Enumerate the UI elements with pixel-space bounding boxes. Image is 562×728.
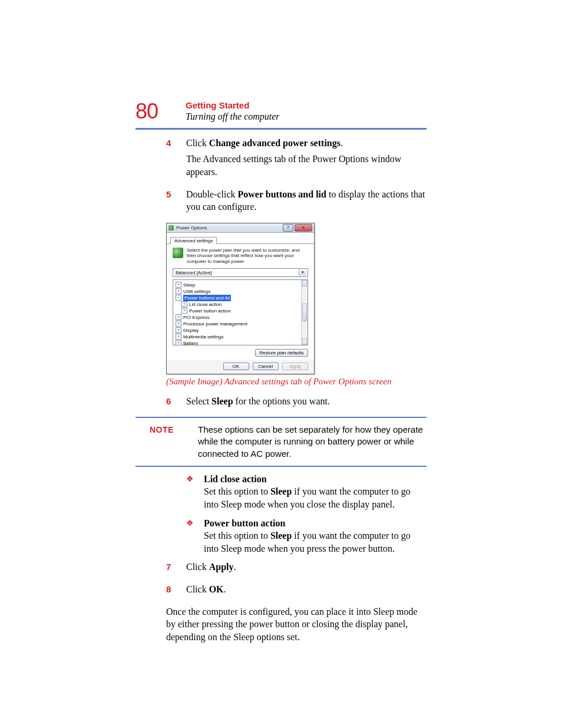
collapse-icon[interactable]: − [176,295,181,301]
chapter-title: Getting Started [186,100,427,111]
closing-paragraph: Once the computer is configured, you can… [166,605,427,644]
settings-tree[interactable]: +Sleep +USB settings −Power buttons and … [173,279,308,345]
text: Double-click [186,189,238,199]
bullet-title: Lid close action [204,474,267,484]
restore-defaults-button[interactable]: Restore plan defaults [255,349,308,357]
step-6: 6 Select Sleep for the options you want. [166,395,427,411]
step-4: 4 Click Change advanced power settings. … [166,137,427,182]
dialog-description: Select the power plan that you want to c… [187,248,308,265]
scrollbar-thumb[interactable] [302,304,307,321]
step-number: 6 [166,395,186,411]
tree-item[interactable]: USB settings [183,288,210,295]
tree-item[interactable]: PCI Express [183,314,209,321]
text: Set this option to [204,486,270,496]
dialog-titlebar: Power Options ? x [167,223,314,233]
ok-button[interactable]: OK [223,363,249,370]
help-button[interactable]: ? [283,224,293,232]
text-bold: Apply [209,562,234,572]
step-number: 8 [166,583,186,599]
battery-icon [173,248,183,258]
expand-icon[interactable]: + [176,321,181,327]
scrollbar[interactable] [301,280,308,345]
tree-item[interactable]: Sleep [183,282,195,288]
text-bold: Sleep [211,396,233,406]
text: The Advanced settings tab of the Power O… [186,153,427,178]
expand-icon[interactable]: + [181,301,187,307]
expand-icon[interactable]: + [176,288,181,294]
dialog-title: Power Options [176,225,282,230]
note-block: NOTE These options can be set separately… [135,424,427,460]
step-7: 7 Click Apply. [166,561,427,577]
tree-item-selected[interactable]: Power buttons and lid [183,295,231,301]
note-label: NOTE [135,424,198,434]
text: Click [186,562,209,572]
tree-item[interactable]: Display [183,327,199,334]
text-bold: Sleep [270,486,292,496]
step-number: 5 [166,188,186,217]
divider [135,128,427,130]
expand-icon[interactable]: + [176,340,181,345]
text: for the options you want. [233,396,330,406]
text-bold: Sleep [270,531,292,541]
bullet-title: Power button action [204,518,285,528]
tab-advanced-settings[interactable]: Advanced settings [170,237,217,244]
bullet-power-button: ❖ Power button action Set this option to… [186,517,427,555]
cancel-button[interactable]: Cancel [253,363,279,370]
expand-icon[interactable]: + [176,282,181,288]
step-8: 8 Click OK. [166,583,427,599]
expand-icon[interactable]: + [181,308,187,314]
tree-item[interactable]: Lid close action [189,301,222,308]
expand-icon[interactable]: + [176,334,181,340]
close-button[interactable]: x [295,224,312,232]
figure-power-options-dialog: Power Options ? x Advanced settings Sele… [166,223,427,374]
note-text: These options can be set separately for … [198,424,427,460]
text: Select [186,396,211,406]
step-number: 4 [166,137,186,182]
plan-dropdown[interactable]: Balanced [Active] ▾ [173,268,308,277]
text-bold: Change advanced power settings [209,138,340,148]
expand-icon[interactable]: + [176,314,181,320]
step-5: 5 Double-click Power buttons and lid to … [166,188,427,217]
tree-item[interactable]: Processor power management [183,321,247,327]
tree-item[interactable]: Battery [183,340,198,345]
step-number: 7 [166,561,186,577]
page-number: 80 [135,99,158,124]
text: Click [186,138,209,148]
bullet-lid-close: ❖ Lid close action Set this option to Sl… [186,473,427,511]
text: . [224,584,226,594]
plan-selected: Balanced [Active] [176,270,299,275]
diamond-icon: ❖ [186,517,204,555]
section-title: Turning off the computer [186,111,427,123]
dialog-window: Power Options ? x Advanced settings Sele… [166,223,315,374]
tree-item[interactable]: Multimedia settings [183,334,223,340]
text-bold: Power buttons and lid [238,189,326,199]
divider [135,417,427,418]
text: . [233,562,236,572]
tree-item[interactable]: Power button action [189,308,231,314]
apply-button[interactable]: Apply [282,363,308,370]
expand-icon[interactable]: + [176,327,181,333]
text: Click [186,584,209,594]
diamond-icon: ❖ [186,473,204,511]
chevron-down-icon: ▾ [299,269,306,276]
divider [135,466,427,467]
text-bold: OK [209,584,224,594]
figure-caption: (Sample Image) Advanced settings tab of … [166,377,427,387]
text: . [340,138,343,148]
text: Set this option to [204,531,270,541]
power-icon [168,225,174,230]
